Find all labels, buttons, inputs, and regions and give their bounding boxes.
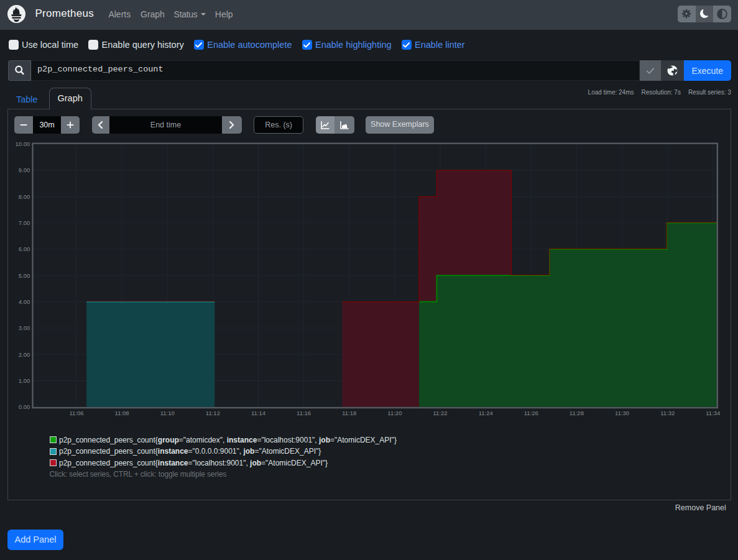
svg-text:11:30: 11:30 (615, 410, 629, 416)
svg-text:11:32: 11:32 (660, 410, 675, 416)
svg-text:11:12: 11:12 (206, 410, 220, 416)
svg-text:0.00: 0.00 (19, 403, 30, 410)
svg-text:8.00: 8.00 (19, 193, 30, 200)
svg-text:11:22: 11:22 (433, 410, 447, 416)
svg-text:6.00: 6.00 (19, 246, 30, 252)
svg-text:11:14: 11:14 (251, 410, 265, 416)
svg-text:1.00: 1.00 (19, 377, 30, 384)
svg-text:9.00: 9.00 (19, 167, 30, 173)
svg-text:5.00: 5.00 (19, 272, 30, 279)
svg-text:4.00: 4.00 (19, 298, 30, 305)
svg-text:2.00: 2.00 (19, 351, 30, 358)
svg-text:11:28: 11:28 (570, 410, 584, 416)
svg-text:11:18: 11:18 (342, 410, 356, 416)
svg-text:11:24: 11:24 (479, 410, 493, 416)
svg-text:11:20: 11:20 (387, 410, 402, 416)
svg-text:3.00: 3.00 (19, 324, 30, 331)
svg-text:7.00: 7.00 (19, 219, 30, 226)
svg-text:11:06: 11:06 (69, 410, 83, 416)
svg-text:11:34: 11:34 (706, 410, 720, 416)
svg-text:11:16: 11:16 (297, 410, 311, 416)
svg-text:11:08: 11:08 (115, 410, 129, 416)
svg-text:11:26: 11:26 (524, 410, 538, 416)
svg-text:10.00: 10.00 (16, 140, 30, 147)
svg-text:11:10: 11:10 (160, 410, 175, 416)
